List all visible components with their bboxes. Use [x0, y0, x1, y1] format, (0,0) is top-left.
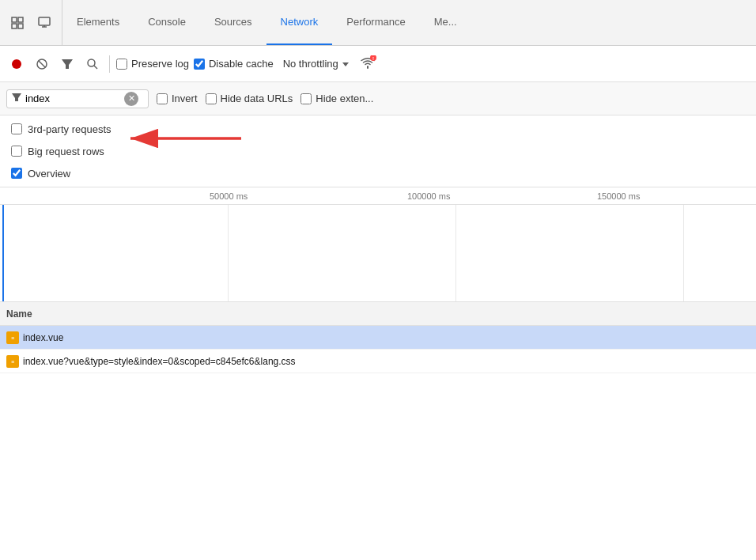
preserve-log-input[interactable]	[116, 59, 127, 70]
tab-more[interactable]: Me...	[420, 0, 471, 45]
hide-exten-checkbox[interactable]: Hide exten...	[301, 93, 373, 104]
throttle-dropdown[interactable]: No throttling	[278, 56, 354, 71]
network-toolbar: Preserve log Disable cache No throttling…	[0, 46, 756, 82]
timeline-area: 50000 ms 100000 ms 150000 ms	[0, 187, 756, 302]
list-header: Name	[0, 302, 756, 326]
record-button[interactable]	[6, 54, 27, 74]
vline-1	[228, 205, 229, 301]
disable-cache-checkbox[interactable]: Disable cache	[194, 58, 274, 70]
timeline-chart[interactable]	[0, 205, 756, 301]
big-rows-option[interactable]: Big request rows	[11, 142, 745, 160]
svg-marker-13	[342, 62, 349, 66]
svg-text:!: !	[372, 56, 374, 61]
tab-bar: Elements Console Sources Network Perform…	[0, 0, 756, 46]
svg-marker-16	[12, 93, 21, 101]
clear-filter-button[interactable]: ✕	[124, 92, 138, 106]
filter-input[interactable]	[25, 93, 120, 104]
svg-rect-0	[12, 17, 17, 22]
third-party-checkbox[interactable]	[11, 123, 22, 134]
ruler-mark-150000: 150000 ms	[597, 191, 640, 201]
search-button[interactable]	[82, 54, 103, 74]
tab-elements[interactable]: Elements	[62, 0, 134, 45]
timeline-ruler: 50000 ms 100000 ms 150000 ms	[0, 187, 756, 205]
hide-exten-input[interactable]	[301, 93, 312, 104]
file-row-index-css[interactable]: ≡ index.vue?vue&type=style&index=0&scope…	[0, 350, 756, 373]
wifi-icon: !	[359, 55, 376, 73]
tab-performance[interactable]: Performance	[332, 0, 419, 45]
third-party-option[interactable]: 3rd-party requests	[11, 120, 745, 138]
ruler-mark-50000: 50000 ms	[210, 191, 248, 201]
hide-data-urls-input[interactable]	[206, 93, 217, 104]
svg-point-11	[88, 59, 95, 66]
filter-funnel-icon	[12, 93, 21, 104]
clear-button[interactable]	[32, 54, 52, 74]
invert-checkbox[interactable]: Invert	[157, 93, 198, 104]
svg-rect-2	[12, 24, 17, 28]
svg-text:≡: ≡	[11, 335, 14, 341]
file-row-index-vue[interactable]: ≡ index.vue	[0, 326, 756, 350]
tab-console[interactable]: Console	[134, 0, 200, 45]
chevron-down-icon	[342, 60, 350, 68]
vline-3	[683, 205, 684, 301]
overview-option[interactable]: Overview	[11, 165, 745, 182]
cursor-icon[interactable]	[6, 12, 28, 34]
svg-marker-10	[62, 59, 73, 69]
file-icon-vue: ≡	[6, 331, 19, 344]
svg-rect-3	[18, 24, 23, 28]
disable-cache-input[interactable]	[194, 59, 205, 70]
svg-line-12	[94, 66, 97, 69]
ruler-mark-100000: 100000 ms	[407, 191, 450, 201]
hide-data-urls-checkbox[interactable]: Hide data URLs	[206, 93, 293, 104]
separator	[109, 55, 110, 73]
overview-checkbox[interactable]	[11, 168, 22, 179]
svg-point-7	[12, 59, 21, 69]
filter-input-wrap: ✕	[6, 89, 149, 108]
devtools-icons	[0, 0, 62, 45]
svg-line-9	[39, 61, 45, 67]
file-icon-css: ≡	[6, 355, 19, 368]
svg-rect-1	[18, 17, 23, 22]
timeline-blue-line	[2, 205, 4, 301]
svg-rect-4	[39, 17, 50, 25]
vline-2	[455, 205, 456, 301]
devtools-panel: Elements Console Sources Network Perform…	[0, 0, 756, 373]
svg-text:≡: ≡	[11, 359, 14, 365]
invert-input[interactable]	[157, 93, 168, 104]
options-row: 3rd-party requests Big request rows Over…	[0, 115, 756, 187]
preserve-log-checkbox[interactable]: Preserve log	[116, 58, 189, 70]
filter-bar: ✕ Invert Hide data URLs Hide exten...	[0, 82, 756, 115]
tab-network[interactable]: Network	[266, 0, 333, 45]
tab-sources[interactable]: Sources	[200, 0, 266, 45]
filter-button[interactable]	[57, 54, 77, 74]
big-rows-checkbox[interactable]	[11, 146, 22, 157]
inspect-icon[interactable]	[33, 12, 55, 34]
